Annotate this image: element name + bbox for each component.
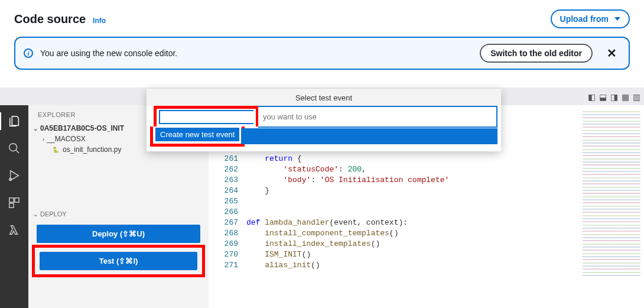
svg-rect-2 <box>9 198 14 202</box>
folder-name: __MACOSX <box>47 135 85 143</box>
root-name: 0A5EB17AB0C5-OS_INIT <box>40 124 124 132</box>
header-row: Code source Info Upload from <box>14 9 630 28</box>
file-name: os_init_function.py <box>63 145 121 154</box>
layout-grid-icon[interactable]: ▦ <box>622 92 629 102</box>
deploy-button[interactable]: Deploy (⇧⌘U) <box>37 225 200 243</box>
upload-label: Upload from <box>560 14 609 24</box>
python-file-icon: 🐍 <box>52 147 59 153</box>
test-event-popup: Select test event Create new test event <box>147 89 501 151</box>
test-event-search-input[interactable] <box>258 106 497 128</box>
upload-from-button[interactable]: Upload from <box>551 9 630 28</box>
layout-custom-icon[interactable]: ▥ <box>633 92 640 102</box>
close-icon[interactable]: ✕ <box>603 46 620 60</box>
info-link[interactable]: Info <box>93 17 106 25</box>
test-button[interactable]: Test (⇧⌘I) <box>40 252 197 270</box>
caret-down-icon <box>614 17 620 21</box>
svg-rect-4 <box>9 203 14 208</box>
explorer-tab-icon[interactable] <box>0 115 28 128</box>
create-test-event-option[interactable]: Create new test event <box>155 128 239 141</box>
deploy-section-label[interactable]: ⌄ DEPLOY <box>28 208 209 221</box>
activity-bar <box>0 87 28 308</box>
highlight-create-option <box>154 106 259 127</box>
page-title: Code source <box>14 12 86 25</box>
switch-editor-button[interactable]: Switch to the old editor <box>480 44 593 63</box>
svg-rect-3 <box>15 198 19 202</box>
chevron-down-icon: ⌄ <box>33 211 38 218</box>
layout-right-icon[interactable]: ◨ <box>610 92 618 102</box>
header-left: Code source Info <box>14 12 106 26</box>
lambda-tab-icon[interactable] <box>0 223 28 236</box>
create-test-event-option-ext[interactable] <box>241 128 497 144</box>
svg-point-0 <box>9 144 17 151</box>
chevron-down-icon: ⌄ <box>33 125 38 132</box>
layout-bottom-icon[interactable]: ⬓ <box>599 92 607 102</box>
debug-tab-icon[interactable] <box>0 169 28 182</box>
chevron-right-icon: › <box>43 136 44 142</box>
highlight-test-button: Test (⇧⌘I) <box>32 245 205 277</box>
search-tab-icon[interactable] <box>0 142 28 155</box>
minimap[interactable] <box>579 87 644 308</box>
minimap-canvas <box>583 111 640 277</box>
extensions-tab-icon[interactable] <box>0 196 28 209</box>
layout-left-icon[interactable]: ◧ <box>588 92 596 102</box>
info-banner: i You are using the new console editor. … <box>14 37 630 70</box>
banner-text: You are using the new console editor. <box>40 48 473 58</box>
highlight-create-option-2: Create new test event <box>150 127 245 147</box>
editor-layout-controls: ◧ ⬓ ◨ ▦ ▥ <box>588 92 640 102</box>
info-icon: i <box>24 48 33 58</box>
popup-title: Select test event <box>147 89 501 106</box>
